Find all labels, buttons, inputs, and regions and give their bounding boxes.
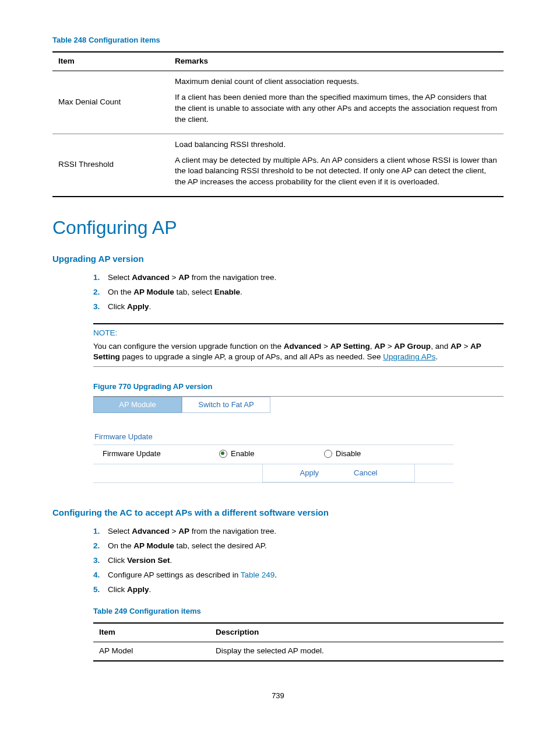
radio-disable-icon[interactable]	[324, 450, 332, 458]
t: Configure AP settings as described in	[108, 570, 241, 579]
t: from the navigation tree.	[189, 527, 276, 536]
page-title: Configuring AP	[52, 215, 504, 241]
figure770-caption: Figure 770 Upgrading AP version	[93, 382, 504, 396]
firmware-update-group: Firmware Update	[93, 429, 453, 445]
t: , and	[431, 342, 451, 351]
t: Select	[108, 527, 132, 536]
b: AP Module	[133, 541, 174, 550]
disable-option[interactable]: Disable	[324, 449, 429, 459]
th-item: Item	[52, 52, 175, 71]
remark-p2: If a client has been denied more than th…	[175, 92, 498, 125]
page-number: 739	[52, 691, 504, 701]
accepting-title: Configuring the AC to accept APs with a …	[52, 506, 504, 519]
step-3: Click Version Set.	[108, 554, 504, 568]
t: pages to upgrade a single AP, a group of…	[120, 352, 383, 361]
b: AP Group	[394, 342, 431, 351]
note-body: You can configure the version upgrade fu…	[93, 341, 504, 363]
step-1: Select Advanced > AP from the navigation…	[108, 271, 504, 285]
th-desc: Description	[216, 623, 504, 642]
apply-button[interactable]: Apply	[300, 468, 319, 478]
step-1: Select Advanced > AP from the navigation…	[108, 524, 504, 539]
t: Select	[108, 273, 132, 282]
step-5: Click Apply.	[108, 583, 504, 597]
step-4: Configure AP settings as described in Ta…	[108, 568, 504, 583]
cell-desc: Display the selected AP model.	[216, 642, 504, 660]
note-rule-top	[93, 323, 504, 324]
table249-link[interactable]: Table 249	[241, 570, 275, 579]
t: >	[462, 342, 470, 351]
cell-remarks: Load balancing RSSI threshold. A client …	[175, 134, 504, 197]
cell-remarks: Maximum denial count of client associati…	[175, 71, 504, 134]
table248-caption: Table 248 Configuration items	[52, 35, 504, 46]
note-block: NOTE: You can configure the version upgr…	[93, 328, 504, 363]
upgrading-steps: Select Advanced > AP from the navigation…	[52, 271, 504, 314]
t: .	[170, 556, 173, 565]
b: AP Module	[133, 288, 174, 296]
step-2: On the AP Module tab, select the desired…	[108, 539, 504, 554]
b: Enable	[214, 288, 240, 296]
t: On the	[108, 288, 133, 296]
tab-ap-module[interactable]: AP Module	[93, 397, 182, 413]
t: Click	[108, 556, 127, 565]
accepting-steps: Select Advanced > AP from the navigation…	[52, 524, 504, 597]
remark-p2: A client may be detected by multiple APs…	[175, 155, 498, 188]
b: AP	[451, 342, 462, 351]
enable-label: Enable	[231, 449, 254, 459]
table248: Item Remarks Max Denial Count Maximum de…	[52, 51, 504, 197]
t: You can configure the version upgrade fu…	[93, 342, 284, 351]
cancel-button[interactable]: Cancel	[354, 468, 377, 478]
t: >	[321, 342, 330, 351]
b: AP Setting	[330, 342, 370, 351]
t: .	[149, 585, 152, 594]
t: .	[275, 570, 277, 579]
b: Version Set	[127, 556, 170, 565]
note-label: NOTE:	[93, 328, 504, 339]
b: AP	[178, 527, 189, 536]
t: tab, select	[174, 288, 214, 296]
b: Advanced	[132, 273, 170, 282]
t: from the navigation tree.	[189, 273, 276, 282]
step-3: Click Apply.	[108, 300, 504, 314]
firmware-update-row: Firmware Update Enable Disable	[93, 445, 453, 464]
remark-p1: Load balancing RSSI threshold.	[175, 139, 498, 150]
cell-item: AP Model	[93, 642, 216, 660]
t: On the	[108, 541, 133, 550]
table-row: Max Denial Count Maximum denial count of…	[52, 71, 504, 134]
b: AP	[374, 342, 385, 351]
disable-label: Disable	[336, 449, 361, 459]
cell-item: RSSI Threshold	[52, 134, 175, 197]
t: .	[149, 302, 152, 311]
tab-switch-fat-ap[interactable]: Switch to Fat AP	[182, 397, 270, 413]
remark-p1: Maximum denial count of client associati…	[175, 76, 498, 88]
note-rule-bottom	[93, 366, 504, 367]
table249-caption: Table 249 Configuration items	[93, 606, 504, 617]
b: Apply	[127, 302, 149, 311]
th-item: Item	[93, 623, 216, 642]
table-row: RSSI Threshold Load balancing RSSI thres…	[52, 134, 504, 197]
firmware-update-label: Firmware Update	[93, 449, 219, 459]
figure770-ui: AP Module Switch to Fat AP Firmware Upda…	[93, 397, 453, 484]
cell-item: Max Denial Count	[52, 71, 175, 134]
table-row: AP Model Display the selected AP model.	[93, 642, 504, 660]
t: >	[385, 342, 394, 351]
b: AP	[178, 273, 189, 282]
t: >	[170, 527, 178, 536]
enable-option[interactable]: Enable	[219, 449, 324, 459]
table249: Item Description AP Model Display the se…	[93, 622, 504, 662]
t: tab, select the desired AP.	[174, 541, 267, 550]
b: Advanced	[284, 342, 322, 351]
step-2: On the AP Module tab, select Enable.	[108, 285, 504, 300]
upgrading-title: Upgrading AP version	[52, 253, 504, 265]
t: Click	[108, 585, 127, 594]
th-remarks: Remarks	[175, 52, 504, 71]
upgrading-aps-link[interactable]: Upgrading APs	[383, 352, 435, 361]
t: Click	[108, 302, 127, 311]
tabs: AP Module Switch to Fat AP	[93, 397, 453, 413]
b: Apply	[127, 585, 149, 594]
buttons-row: Apply Cancel	[262, 464, 415, 482]
t: .	[435, 352, 438, 361]
t: .	[240, 288, 242, 296]
radio-enable-icon[interactable]	[219, 450, 227, 458]
b: Advanced	[132, 527, 170, 536]
t: >	[170, 273, 178, 282]
